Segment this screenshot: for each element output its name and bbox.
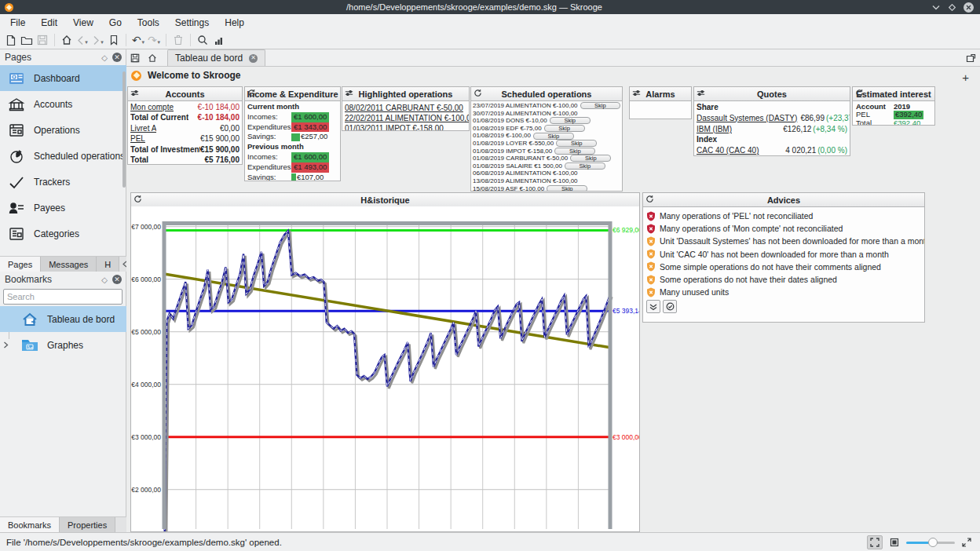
skip-button[interactable]: Skip	[544, 125, 585, 132]
bookmark-item-tableau-de-bord[interactable]: Tableau de bord	[0, 306, 126, 332]
widget-refresh-icon[interactable]	[855, 89, 864, 97]
account-name-link[interactable]: Livret A	[130, 123, 156, 133]
save-page-icon[interactable]	[126, 49, 144, 66]
close-panel-icon[interactable]: ✕	[112, 275, 122, 284]
scheduled-operation-text[interactable]: 01/08/2019 LOYER €-550,00	[473, 140, 554, 148]
skip-button[interactable]: Skip	[570, 155, 611, 162]
scheduled-operation-text[interactable]: 01/08/2019 CARBURANT €-50,00	[473, 155, 568, 162]
tab-close-icon[interactable]: ✕	[249, 54, 258, 63]
scheduled-operation-text[interactable]: 15/08/2019 ASF €-100,00	[473, 185, 544, 192]
forward-icon[interactable]: ▾	[90, 32, 106, 48]
sidebar-item-dashboard[interactable]: Dashboard	[0, 65, 126, 91]
sidebar-item-operations[interactable]: Operations	[0, 117, 126, 143]
advice-text[interactable]: Unit 'CAC 40' has not been downloaded fo…	[660, 248, 889, 261]
quote-name-link[interactable]: IBM (IBM)	[697, 124, 780, 135]
report-chart-icon[interactable]	[210, 32, 226, 48]
widget-settings-icon[interactable]	[632, 89, 641, 97]
scheduled-operation-text[interactable]: 01/08/2019 DONS €-10,00	[473, 117, 547, 125]
menu-settings[interactable]: Settings	[168, 16, 216, 30]
widget-refresh-icon[interactable]	[247, 89, 256, 97]
widget-refresh-icon[interactable]	[133, 195, 142, 203]
scheduled-operation-text[interactable]: 01/08/2019 IMPOT €-158,00	[473, 148, 552, 155]
advice-text[interactable]: Unit 'Dassault Systemes' has not been do…	[660, 235, 925, 247]
expand-icon[interactable]	[960, 536, 974, 549]
bookmarks-search-input[interactable]	[3, 289, 122, 305]
scheduled-operation-text[interactable]: 06/08/2019 ALIMENTATION €-100,00	[473, 170, 578, 177]
tab-properties[interactable]: Properties	[60, 517, 115, 532]
maximize-icon[interactable]	[947, 2, 957, 13]
open-file-icon[interactable]	[19, 32, 35, 48]
apply-advice-icon[interactable]	[663, 300, 677, 313]
skip-button[interactable]: Skip	[533, 133, 574, 140]
sidebar-item-categories[interactable]: Categories	[0, 221, 126, 246]
advice-text[interactable]: Some simple operations do not have their…	[660, 261, 881, 273]
highlighted-operation-link[interactable]: 08/02/2011 CARBURANT €-50,00	[345, 103, 466, 113]
tab-pages[interactable]: Pages	[0, 257, 41, 272]
advice-text[interactable]: Many unused units	[660, 286, 729, 298]
zoom-slider-handle[interactable]	[928, 538, 938, 547]
search-icon[interactable]	[195, 32, 210, 48]
tab-history[interactable]: H	[97, 257, 119, 272]
minimize-icon[interactable]	[931, 2, 941, 13]
detach-page-icon[interactable]	[961, 49, 980, 66]
pin-home-icon[interactable]	[144, 49, 161, 66]
scheduled-operation-text[interactable]: 01/08/2019 SALAIRE €1 500,00	[473, 162, 562, 170]
menu-help[interactable]: Help	[218, 16, 251, 30]
zoom-original-icon[interactable]	[887, 536, 901, 549]
skip-button[interactable]: Skip	[565, 162, 605, 170]
widget-settings-icon[interactable]	[345, 89, 353, 97]
skip-button[interactable]: Skip	[580, 102, 620, 109]
sidebar-item-trackers[interactable]: Trackers	[0, 169, 126, 195]
tab-tableau-de-bord[interactable]: Tableau de bord ✕	[167, 49, 265, 66]
tab-messages[interactable]: Messages	[41, 257, 97, 272]
back-icon[interactable]: ▾	[75, 32, 90, 48]
highlighted-operation-link[interactable]: 22/02/2011 ALIMENTATION €-100,00	[345, 113, 466, 123]
widget-settings-icon[interactable]	[697, 89, 705, 97]
sidebar-item-scheduled-operations[interactable]: Scheduled operations	[0, 143, 126, 169]
zoom-fit-icon[interactable]	[867, 535, 883, 549]
float-panel-icon[interactable]: ◇	[101, 53, 108, 62]
zoom-slider[interactable]	[906, 537, 955, 548]
widget-refresh-icon[interactable]	[645, 195, 654, 203]
account-name-link[interactable]: PEL	[130, 133, 145, 144]
new-document-icon[interactable]	[3, 32, 19, 48]
undo-icon[interactable]: ↶▾	[130, 32, 146, 48]
account-name-link[interactable]: Mon compte	[130, 102, 174, 112]
redo-icon[interactable]: ↷▾	[146, 32, 162, 48]
expander-icon[interactable]	[3, 341, 9, 348]
delete-icon[interactable]	[170, 32, 186, 48]
scheduled-operation-text[interactable]: 30/07/2019 ALIMENTATION €-100,00	[473, 110, 578, 118]
quote-name-link[interactable]: Dassault Systemes (DASTY)	[697, 113, 797, 124]
menu-go[interactable]: Go	[102, 16, 129, 30]
skip-button[interactable]: Skip	[547, 185, 587, 192]
bookmark-icon[interactable]	[106, 32, 122, 48]
widget-refresh-icon[interactable]	[474, 89, 482, 97]
sidebar-item-accounts[interactable]: Accounts	[0, 91, 126, 117]
skip-button[interactable]: Skip	[554, 148, 595, 155]
sidebar-item-payees[interactable]: Payees	[0, 195, 126, 221]
bookmark-item-graphes[interactable]: Graphes	[0, 332, 126, 358]
close-icon[interactable]	[964, 2, 974, 13]
quote-name-link[interactable]: CAC 40 (CAC 40)	[697, 145, 782, 156]
skip-button[interactable]: Skip	[550, 117, 591, 124]
add-widget-button[interactable]: +	[962, 71, 969, 83]
pages-scrollbar[interactable]	[122, 71, 126, 188]
account-name-link[interactable]: Total of Current	[130, 112, 188, 122]
scheduled-operation-text[interactable]: 13/08/2019 ALIMENTATION €-100,00	[473, 177, 578, 185]
advice-text[interactable]: Some operations do not have their dates …	[660, 273, 837, 286]
home-icon[interactable]	[59, 32, 75, 48]
save-icon[interactable]	[35, 32, 50, 48]
menu-view[interactable]: View	[66, 16, 101, 30]
highlighted-operation-link[interactable]: 01/03/2011 IMPOT €-158,00	[345, 123, 466, 131]
scheduled-operation-text[interactable]: 23/07/2019 ALIMENTATION €-100,00	[473, 102, 578, 110]
account-name-link[interactable]: Total of Investment	[130, 144, 200, 155]
account-name-link[interactable]: Total	[130, 155, 148, 165]
welcome-banner[interactable]: Welcome to Skrooge	[131, 70, 240, 81]
skip-button[interactable]: Skip	[556, 140, 597, 147]
scheduled-operation-text[interactable]: 01/08/2019 €-100,00	[473, 132, 531, 140]
advice-text[interactable]: Many operations of 'PEL' not reconciliat…	[660, 210, 813, 222]
float-panel-icon[interactable]: ◇	[101, 276, 108, 284]
menu-edit[interactable]: Edit	[34, 16, 64, 30]
advice-text[interactable]: Many operations of 'Mon compte' not reco…	[660, 222, 843, 235]
tab-bookmarks[interactable]: Bookmarks	[0, 517, 60, 532]
